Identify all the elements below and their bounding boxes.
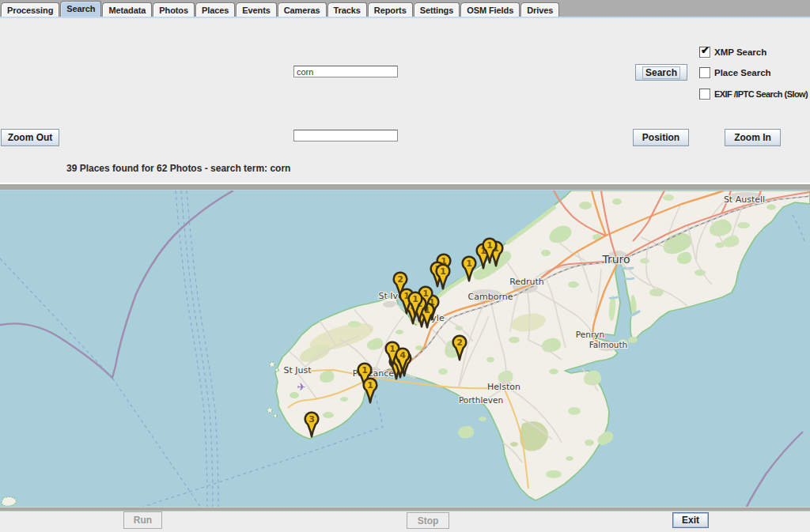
svg-text:1: 1 bbox=[361, 365, 368, 375]
zoom-out-button[interactable]: Zoom Out bbox=[1, 129, 59, 146]
search-button-label: Search bbox=[642, 66, 680, 79]
checkbox-box: ✔ bbox=[699, 89, 710, 100]
tab-processing[interactable]: Processing bbox=[1, 2, 59, 17]
map-view[interactable]: St IvesHayleCamborneRedruthTruroSt Auste… bbox=[0, 191, 810, 507]
geotag-app-window: { "tabs": { "items": [ {"label": "Proces… bbox=[0, 0, 810, 532]
tab-bar: ProcessingSearchMetadataPhotosPlacesEven… bbox=[0, 0, 810, 17]
tab-settings[interactable]: Settings bbox=[414, 2, 460, 17]
checkbox-label: Place Search bbox=[714, 68, 771, 77]
checkbox-box: ✔ bbox=[699, 47, 710, 58]
svg-text:1: 1 bbox=[486, 240, 493, 251]
bottom-button-bar: Run Stop Exit bbox=[0, 511, 810, 532]
town-label-penryn: Penryn bbox=[576, 330, 604, 339]
search-panel: Search ✔ XMP Search ✔ Place Search ✔ EXI… bbox=[0, 18, 810, 183]
tab-cameras[interactable]: Cameras bbox=[278, 2, 327, 17]
exit-button[interactable]: Exit bbox=[672, 512, 709, 528]
tab-photos[interactable]: Photos bbox=[153, 2, 195, 17]
svg-text:1: 1 bbox=[367, 380, 373, 391]
town-label-redruth: Redruth bbox=[509, 277, 544, 287]
tab-reports[interactable]: Reports bbox=[368, 2, 413, 17]
tab-drives[interactable]: Drives bbox=[520, 2, 559, 17]
tab-search[interactable]: Search bbox=[60, 1, 101, 17]
checkbox-exif-iptc-search[interactable]: ✔ EXIF /IPTC Search (Slow) bbox=[699, 89, 808, 100]
svg-text:1: 1 bbox=[389, 344, 396, 354]
town-label-falmouth: Falmouth bbox=[589, 340, 628, 349]
airport-icon: ✈ bbox=[297, 381, 306, 393]
town-label-porthleven: Porthleven bbox=[459, 395, 503, 405]
town-label-helston: Helston bbox=[487, 382, 520, 392]
split-divider-top[interactable] bbox=[0, 183, 810, 191]
checkmark-icon: ✔ bbox=[701, 44, 710, 56]
svg-text:1: 1 bbox=[466, 258, 472, 269]
exit-button-label: Exit bbox=[679, 514, 702, 526]
status-text: 39 Places found for 62 Photos - search t… bbox=[66, 163, 290, 174]
zoom-in-button[interactable]: Zoom In bbox=[725, 129, 781, 146]
town-label-st-just: St Just bbox=[283, 365, 312, 375]
search-button[interactable]: Search bbox=[635, 64, 687, 81]
tab-osm-fields[interactable]: OSM Fields bbox=[460, 2, 520, 17]
tab-tracks[interactable]: Tracks bbox=[327, 2, 367, 17]
zoom-out-button-label: Zoom Out bbox=[5, 131, 56, 144]
svg-text:4: 4 bbox=[399, 350, 406, 360]
town-label-truro: Truro bbox=[601, 253, 630, 266]
svg-text:1: 1 bbox=[440, 266, 446, 277]
tab-places[interactable]: Places bbox=[195, 2, 235, 17]
checkbox-box: ✔ bbox=[699, 67, 710, 78]
checkbox-label: XMP Search bbox=[714, 47, 766, 57]
position-button-label: Position bbox=[639, 131, 683, 144]
stop-button[interactable]: Stop bbox=[407, 512, 449, 529]
run-button[interactable]: Run bbox=[123, 511, 162, 529]
svg-text:2: 2 bbox=[456, 338, 463, 348]
checkbox-place-search[interactable]: ✔ Place Search bbox=[699, 67, 771, 78]
position-button[interactable]: Position bbox=[633, 129, 689, 146]
town-label-camborne: Camborne bbox=[468, 292, 513, 302]
checkbox-xmp-search[interactable]: ✔ XMP Search bbox=[699, 47, 766, 58]
checkbox-label: EXIF /IPTC Search (Slow) bbox=[714, 89, 808, 99]
stop-button-label: Stop bbox=[414, 515, 442, 527]
tab-metadata[interactable]: Metadata bbox=[102, 2, 152, 17]
run-button-label: Run bbox=[131, 514, 155, 526]
svg-text:3: 3 bbox=[308, 414, 315, 424]
position-input[interactable] bbox=[293, 130, 398, 141]
zoom-in-button-label: Zoom In bbox=[731, 131, 774, 144]
svg-text:2: 2 bbox=[397, 274, 403, 285]
tab-events[interactable]: Events bbox=[236, 2, 276, 17]
svg-text:1: 1 bbox=[412, 294, 418, 304]
town-label-st-austell: St Austell bbox=[724, 194, 765, 205]
search-input[interactable] bbox=[293, 66, 398, 77]
